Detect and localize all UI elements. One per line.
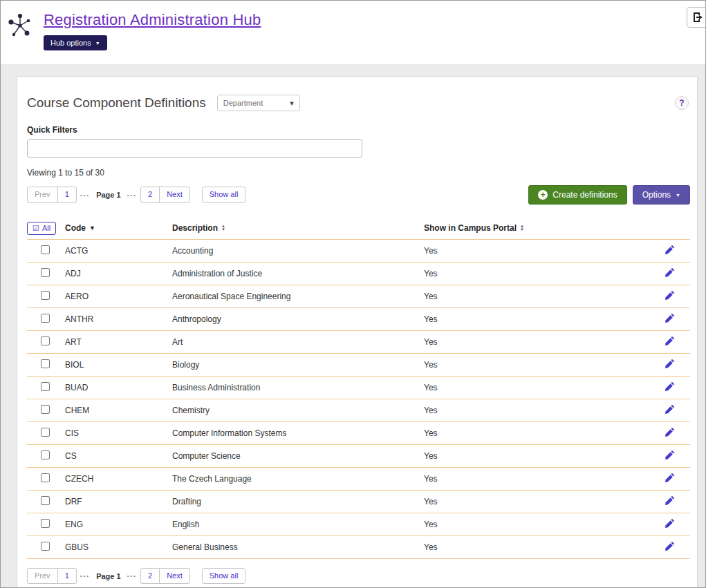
row-checkbox[interactable] bbox=[41, 359, 50, 368]
edit-row-button[interactable] bbox=[663, 289, 676, 304]
create-definitions-button[interactable]: + Create definitions bbox=[528, 185, 626, 205]
header-content: Registration Administration Hub Hub opti… bbox=[1, 1, 705, 50]
sign-out-button[interactable] bbox=[687, 7, 706, 28]
row-checkbox[interactable] bbox=[41, 473, 50, 482]
row-edit-cell bbox=[649, 471, 690, 486]
table-row: CHEM Chemistry Yes bbox=[27, 399, 690, 422]
row-checkbox-cell bbox=[27, 473, 65, 484]
pages-before-button[interactable]: ••• bbox=[77, 192, 93, 198]
department-select[interactable]: Department ▾ bbox=[217, 95, 300, 111]
row-code: AERO bbox=[65, 292, 172, 301]
options-button[interactable]: Options ▼ bbox=[633, 185, 690, 205]
edit-row-button[interactable] bbox=[663, 448, 676, 464]
page-1-button[interactable]: 1 bbox=[57, 568, 77, 584]
row-checkbox[interactable] bbox=[41, 245, 50, 254]
pager-group-left: Prev 1 bbox=[27, 187, 77, 202]
table-row: CIS Computer Information Systems Yes bbox=[27, 422, 690, 445]
row-code: BIOL bbox=[65, 360, 172, 370]
row-checkbox[interactable] bbox=[41, 542, 50, 551]
row-description: Aeronautical Space Engineering bbox=[172, 292, 424, 301]
edit-row-button[interactable] bbox=[663, 357, 676, 372]
row-checkbox[interactable] bbox=[41, 519, 50, 528]
next-page-button[interactable]: Next bbox=[159, 187, 190, 202]
table-row: AERO Aeronautical Space Engineering Yes bbox=[27, 285, 690, 308]
row-checkbox[interactable] bbox=[41, 382, 50, 391]
row-edit-cell bbox=[649, 266, 690, 281]
molecule-logo-icon bbox=[6, 10, 33, 41]
hub-options-label: Hub options bbox=[50, 39, 91, 47]
pages-before-button[interactable]: ••• bbox=[77, 573, 93, 579]
row-checkbox[interactable] bbox=[41, 451, 50, 459]
edit-row-button[interactable] bbox=[663, 403, 676, 418]
table-row: CS Computer Science Yes bbox=[27, 445, 690, 468]
pager-group-left: Prev 1 bbox=[27, 568, 77, 584]
pencil-icon bbox=[665, 245, 675, 255]
page-1-button[interactable]: 1 bbox=[57, 187, 77, 202]
checkbox-checked-icon: ☑ bbox=[32, 224, 39, 233]
row-checkbox[interactable] bbox=[41, 496, 50, 505]
edit-row-button[interactable] bbox=[663, 426, 676, 441]
hub-options-button[interactable]: Hub options ▼ bbox=[44, 35, 107, 50]
row-portal: Yes bbox=[424, 292, 649, 301]
edit-row-button[interactable] bbox=[663, 540, 676, 555]
table-row: GBUS General Business Yes bbox=[27, 536, 690, 559]
pages-after-button[interactable]: ••• bbox=[124, 573, 140, 579]
row-checkbox[interactable] bbox=[41, 314, 50, 323]
row-checkbox[interactable] bbox=[41, 405, 50, 414]
column-header-description[interactable]: Description ▲ ▼ bbox=[172, 223, 424, 233]
edit-row-button[interactable] bbox=[663, 266, 676, 281]
row-checkbox[interactable] bbox=[41, 428, 50, 437]
plus-icon: + bbox=[538, 190, 548, 200]
row-portal: Yes bbox=[424, 497, 649, 506]
page-2-button[interactable]: 2 bbox=[140, 187, 160, 202]
pencil-icon bbox=[665, 427, 675, 437]
column-header-code[interactable]: Code ▼ bbox=[65, 223, 172, 233]
column-header-portal[interactable]: Show in Campus Portal ▲ ▼ bbox=[424, 223, 649, 233]
select-all-button[interactable]: ☑ All bbox=[27, 222, 56, 235]
code-header-label: Code bbox=[65, 223, 86, 233]
row-code: ACTG bbox=[65, 246, 172, 256]
edit-row-button[interactable] bbox=[663, 312, 676, 327]
show-all-button[interactable]: Show all bbox=[202, 568, 246, 584]
pages-after-button[interactable]: ••• bbox=[124, 192, 140, 198]
row-checkbox[interactable] bbox=[41, 268, 50, 277]
table-row: ACTG Accounting Yes bbox=[27, 240, 690, 263]
row-edit-cell bbox=[649, 357, 690, 372]
edit-row-button[interactable] bbox=[663, 380, 676, 395]
edit-row-button[interactable] bbox=[663, 517, 676, 532]
row-edit-cell bbox=[649, 312, 690, 327]
row-edit-cell bbox=[649, 517, 690, 532]
next-page-button[interactable]: Next bbox=[159, 568, 190, 584]
app-header: Registration Administration Hub Hub opti… bbox=[1, 1, 705, 64]
edit-row-button[interactable] bbox=[663, 243, 676, 258]
help-icon: ? bbox=[679, 98, 684, 108]
row-edit-cell bbox=[649, 426, 690, 441]
table-row: BUAD Business Administration Yes bbox=[27, 377, 690, 399]
edit-row-button[interactable] bbox=[663, 471, 676, 486]
sort-both-icon: ▲ ▼ bbox=[520, 225, 524, 231]
row-code: CS bbox=[65, 451, 172, 461]
edit-row-button[interactable] bbox=[663, 494, 676, 509]
prev-page-button[interactable]: Prev bbox=[27, 187, 58, 202]
caret-down-icon: ▼ bbox=[676, 193, 680, 198]
row-edit-cell bbox=[649, 494, 690, 509]
table-row: DRF Drafting Yes bbox=[27, 491, 690, 513]
row-checkbox[interactable] bbox=[41, 336, 50, 345]
edit-row-button[interactable] bbox=[663, 334, 676, 350]
row-edit-cell bbox=[649, 540, 690, 555]
show-all-button[interactable]: Show all bbox=[202, 187, 246, 202]
row-code: CIS bbox=[65, 428, 172, 438]
help-button[interactable]: ? bbox=[675, 96, 689, 110]
row-portal: Yes bbox=[424, 269, 649, 278]
page-2-button[interactable]: 2 bbox=[140, 568, 160, 584]
quick-filter-input[interactable] bbox=[27, 139, 362, 158]
table-row: ADJ Administration of Justice Yes bbox=[27, 263, 690, 285]
pencil-icon bbox=[665, 290, 675, 301]
row-checkbox[interactable] bbox=[41, 291, 50, 300]
row-description: Computer Science bbox=[172, 451, 424, 461]
pager-group-right: 2 Next bbox=[140, 568, 190, 584]
app-title-link[interactable]: Registration Administration Hub bbox=[44, 11, 261, 29]
prev-page-button[interactable]: Prev bbox=[27, 568, 58, 584]
row-checkbox-cell bbox=[27, 496, 65, 507]
description-header-label: Description bbox=[172, 223, 218, 233]
